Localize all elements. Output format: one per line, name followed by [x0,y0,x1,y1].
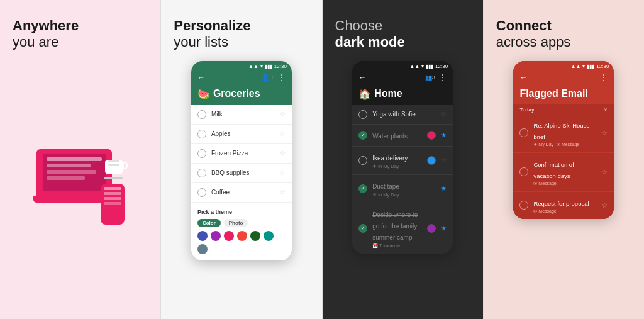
battery-icon: ▮▮▮ [587,64,594,69]
star-icon[interactable]: ☆ [280,150,286,157]
more-icon[interactable]: ⋮ [439,73,447,82]
star-icon[interactable]: ★ [441,185,447,192]
panel-personalize-heading: Personalize your lists [174,18,250,51]
phone-darkmode: ▲▲ ▾ ▮▮▮ 12:30 ← 👥3 ⋮ 🏠 Home Yoga with S… [352,61,453,254]
list-item: Decide where to go for the family summer… [352,203,453,254]
check-circle[interactable] [358,184,367,193]
check-circle[interactable] [197,188,206,197]
panel-connect-heading: Connect across apps [496,18,571,51]
theme-color-btn[interactable]: Color [197,219,221,227]
list-item: Apples ☆ [191,125,292,144]
phone-personalize: ▲▲ ▾ ▮▮▮ 12:30 ← 👤+ ⋮ 🍉 Groceries Milk ☆ [191,61,292,260]
list-item: Ikea delivery ☀ in My Day ☆ [352,147,453,175]
avatar [427,224,436,233]
star-icon[interactable]: ★ [441,225,447,232]
theme-colors [197,231,286,254]
color-pink[interactable] [224,231,234,241]
list-title: Flagged Email [519,88,608,99]
theme-buttons: Color Photo [197,219,286,227]
add-user-icon[interactable]: 👤+ [261,73,274,81]
back-icon[interactable]: ← [197,73,205,82]
check-circle[interactable] [519,167,528,176]
star-icon[interactable]: ☆ [441,157,447,164]
back-icon[interactable]: ← [358,73,366,82]
status-bar: ▲▲ ▾ ▮▮▮ 12:30 [352,61,453,70]
star-icon[interactable]: ☆ [280,169,286,176]
list-item: Milk ☆ [191,105,292,125]
list-item: Coffee ☆ [191,183,292,203]
topbar-icons: 👤+ ⋮ [261,73,285,82]
signal-icon: ▲▲ [409,64,419,69]
star-icon[interactable]: ☆ [441,111,447,118]
color-red[interactable] [237,231,247,241]
item-sub: ✉ Message [533,181,597,186]
star-icon[interactable]: ☆ [280,111,286,118]
time: 12:30 [596,64,609,69]
check-circle[interactable] [197,130,206,138]
check-circle[interactable] [197,149,206,158]
color-blue[interactable] [197,231,208,241]
check-circle[interactable] [358,131,367,140]
signal-icon: ▲▲ [248,64,258,69]
more-icon[interactable]: ⋮ [278,73,286,82]
panel-darkmode: Choose dark mode ▲▲ ▾ ▮▮▮ 12:30 ← 👥3 ⋮ 🏠… [323,0,483,319]
chevron-down-icon[interactable]: ∨ [604,107,608,113]
check-circle[interactable] [358,156,367,165]
list-item: Frozen Pizza ☆ [191,144,292,164]
star-icon[interactable]: ☆ [280,189,286,196]
item-sub: ☀ in My Day [372,192,436,198]
status-bar: ▲▲ ▾ ▮▮▮ 12:30 [191,61,292,70]
list-content: Today ∨ Re: Alpine Ski House brief ☀ My … [513,104,614,219]
star-icon[interactable]: ☆ [280,130,286,137]
title-emoji: 🍉 [197,88,210,100]
avatar [427,131,436,140]
star-icon[interactable]: ☆ [602,202,608,209]
wifi-icon: ▾ [421,64,424,69]
check-circle[interactable] [519,201,528,210]
list-item: Yoga with Sofie ☆ [352,105,453,125]
item-sub: 📅 Tomorrow [372,243,422,249]
color-teal[interactable] [264,231,274,241]
color-gray[interactable] [197,244,208,254]
signal-icon: ▲▲ [571,64,581,69]
list-item: BBQ supplies ☆ [191,164,292,183]
check-circle[interactable] [197,169,206,177]
panel-connect: Connect across apps ▲▲ ▾ ▮▮▮ 12:30 ← ⋮ F… [484,0,644,319]
back-icon[interactable]: ← [519,73,527,82]
list-item: Request for proposal ✉ Message ☆ [513,192,614,219]
star-icon[interactable]: ☆ [602,130,608,137]
list-title: 🍉 Groceries [197,88,286,100]
wifi-icon: ▾ [260,64,263,69]
panel-anywhere-heading: Anywhere you are [13,18,79,51]
topbar: ← 👥3 ⋮ [352,70,453,86]
item-sub: ☀ in My Day [372,164,422,169]
check-circle[interactable] [358,224,367,233]
avatar [427,156,436,165]
theme-photo-btn[interactable]: Photo [224,219,248,227]
group-icon: 👥3 [425,74,435,81]
check-circle[interactable] [358,110,367,119]
time: 12:30 [274,64,287,69]
star-icon[interactable]: ☆ [602,169,608,176]
topbar-icons: 👥3 ⋮ [425,73,447,82]
list-item: Confirmation of vacation days ✉ Message … [513,153,614,192]
color-purple[interactable] [211,231,221,241]
panel-1-illustration [13,61,148,306]
check-circle[interactable] [519,128,528,137]
star-icon[interactable]: ★ [441,132,447,138]
list-content: Milk ☆ Apples ☆ Frozen Pizza ☆ BBQ suppl… [191,105,292,260]
time: 12:30 [435,64,448,69]
color-darkgreen[interactable] [250,231,260,241]
panel-darkmode-heading: Choose dark mode [335,18,405,51]
item-sub: ✉ Message [533,209,597,214]
title-emoji: 🏠 [358,88,371,100]
phone-connect: ▲▲ ▾ ▮▮▮ 12:30 ← ⋮ Flagged Email Today ∨ [513,61,614,219]
more-icon[interactable]: ⋮ [600,73,608,82]
theme-section: Pick a theme Color Photo [191,203,292,260]
list-item: Duct tape ☀ in My Day ★ [352,175,453,203]
list-item: Water plants ★ [352,125,453,147]
panel-personalize: Personalize your lists ▲▲ ▾ ▮▮▮ 12:30 ← … [161,0,321,319]
battery-icon: ▮▮▮ [426,64,433,69]
check-circle[interactable] [197,110,206,119]
today-section: Today ∨ [513,104,614,114]
